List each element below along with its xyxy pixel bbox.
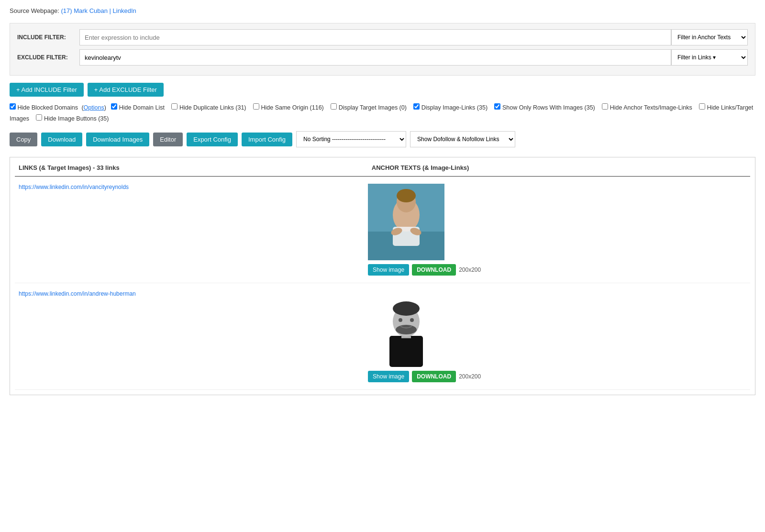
hide-anchor-texts-checkbox[interactable] <box>602 103 608 110</box>
include-filter-type-select[interactable]: Filter in Anchor Texts <box>671 29 748 45</box>
table-row: https://www.linkedin.com/in/vancityreyno… <box>15 177 750 283</box>
image-actions-2: Show image DOWNLOAD 200x200 <box>368 371 746 382</box>
show-image-button-1[interactable]: Show image <box>368 264 409 276</box>
result-link-1[interactable]: https://www.linkedin.com/in/vancityreyno… <box>19 184 129 190</box>
source-line: Source Webpage: (17) Mark Cuban | Linked… <box>10 7 755 14</box>
display-target-images-checkbox-label[interactable]: Display Target Images (0) <box>331 104 408 111</box>
hide-duplicate-checkbox-label[interactable]: Hide Duplicate Links (31) <box>171 104 248 111</box>
result-link-cell-1: https://www.linkedin.com/in/vancityreyno… <box>19 184 368 190</box>
image-size-2: 200x200 <box>459 373 481 380</box>
sorting-select[interactable]: No Sorting ---------------------------- <box>296 131 406 147</box>
export-config-button[interactable]: Export Config <box>187 133 238 146</box>
download-image-button-1[interactable]: DOWNLOAD <box>412 264 456 276</box>
results-table: LINKS (& Target Images) - 33 links ANCHO… <box>10 157 755 395</box>
hide-blocked-checkbox-label[interactable]: Hide Blocked Domains <box>10 104 79 111</box>
checkboxes-section: Hide Blocked Domains (Options) Hide Doma… <box>10 102 755 124</box>
include-filter-input[interactable] <box>79 29 671 45</box>
image-preview-1 <box>368 184 444 260</box>
svg-point-14 <box>399 318 402 322</box>
import-config-button[interactable]: Import Config <box>242 133 292 146</box>
image-size-1: 200x200 <box>459 266 481 273</box>
source-label: Source Webpage: <box>10 7 59 14</box>
results-table-header: LINKS (& Target Images) - 33 links ANCHO… <box>15 162 750 177</box>
person-silhouette-2-icon <box>368 290 444 367</box>
follow-filter-select[interactable]: Show Dofollow & Nofollow Links <box>410 131 515 147</box>
anchor-column-header: ANCHOR TEXTS (& Image-Links) <box>368 162 750 173</box>
hide-image-buttons-checkbox-label[interactable]: Hide Image Buttons (35) <box>36 115 109 122</box>
source-link[interactable]: (17) Mark Cuban | LinkedIn <box>61 7 136 14</box>
hide-domain-list-checkbox-label[interactable]: Hide Domain List <box>111 104 166 111</box>
hide-image-buttons-checkbox[interactable] <box>36 114 42 121</box>
show-only-rows-checkbox-label[interactable]: Show Only Rows With Images (35) <box>494 104 597 111</box>
hide-domain-list-checkbox[interactable] <box>111 103 117 110</box>
hide-duplicate-checkbox[interactable] <box>171 103 177 110</box>
hide-anchor-texts-checkbox-label[interactable]: Hide Anchor Texts/Image-Links <box>602 104 694 111</box>
image-actions-1: Show image DOWNLOAD 200x200 <box>368 264 746 276</box>
svg-point-12 <box>393 301 420 316</box>
display-target-images-checkbox[interactable] <box>331 103 337 110</box>
download-image-button-2[interactable]: DOWNLOAD <box>412 371 456 382</box>
display-image-links-checkbox-label[interactable]: Display Image-Links (35) <box>413 104 489 111</box>
editor-button[interactable]: Editor <box>153 133 183 146</box>
include-filter-row: INCLUDE FILTER: Filter in Anchor Texts <box>17 29 748 45</box>
exclude-filter-input[interactable] <box>79 49 671 66</box>
table-row: https://www.linkedin.com/in/andrew-huber… <box>15 283 750 390</box>
show-only-rows-checkbox[interactable] <box>494 103 500 110</box>
add-include-filter-button[interactable]: + Add INCLUDE Filter <box>10 83 84 97</box>
add-filter-buttons-row: + Add INCLUDE Filter + Add EXCLUDE Filte… <box>10 83 755 97</box>
hide-same-origin-checkbox[interactable] <box>253 103 259 110</box>
svg-point-15 <box>410 318 414 322</box>
hide-links-target-checkbox[interactable] <box>699 103 705 110</box>
svg-point-13 <box>396 325 417 334</box>
svg-point-4 <box>397 189 416 202</box>
download-button[interactable]: Download <box>41 133 82 146</box>
options-link[interactable]: Options <box>84 104 104 111</box>
exclude-filter-row: EXCLUDE FILTER: Filter in Links ▾ <box>17 49 748 66</box>
image-preview-2 <box>368 290 444 367</box>
hide-blocked-checkbox[interactable] <box>10 103 16 110</box>
result-link-2[interactable]: https://www.linkedin.com/in/andrew-huber… <box>19 290 136 297</box>
display-image-links-checkbox[interactable] <box>413 103 420 110</box>
result-anchor-cell-1: Show image DOWNLOAD 200x200 <box>368 184 746 276</box>
person-silhouette-1-icon <box>368 184 444 260</box>
links-column-header: LINKS (& Target Images) - 33 links <box>15 162 368 173</box>
svg-rect-9 <box>389 336 423 367</box>
exclude-filter-type-select[interactable]: Filter in Links ▾ <box>671 49 748 66</box>
result-anchor-cell-2: Show image DOWNLOAD 200x200 <box>368 290 746 382</box>
include-filter-label: INCLUDE FILTER: <box>17 34 79 41</box>
exclude-filter-label: EXCLUDE FILTER: <box>17 54 79 61</box>
filter-section: INCLUDE FILTER: Filter in Anchor Texts E… <box>10 23 755 76</box>
action-row: Copy Download Download Images Editor Exp… <box>10 131 755 147</box>
show-image-button-2[interactable]: Show image <box>368 371 409 382</box>
result-link-cell-2: https://www.linkedin.com/in/andrew-huber… <box>19 290 368 297</box>
hide-same-origin-checkbox-label[interactable]: Hide Same Origin (116) <box>253 104 325 111</box>
download-images-button[interactable]: Download Images <box>86 133 149 146</box>
copy-button[interactable]: Copy <box>10 133 37 146</box>
add-exclude-filter-button[interactable]: + Add EXCLUDE Filter <box>88 83 164 97</box>
